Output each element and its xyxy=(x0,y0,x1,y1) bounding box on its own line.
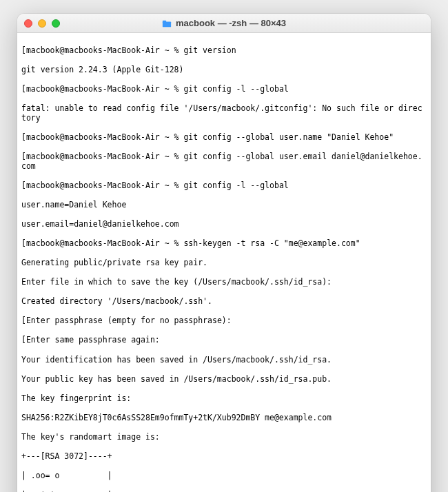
terminal-line: [macbook@macbooks-MacBook-Air ~ % git co… xyxy=(21,152,427,171)
terminal-line: [macbook@macbooks-MacBook-Air ~ % git co… xyxy=(21,84,427,94)
close-icon[interactable] xyxy=(24,19,32,28)
terminal-body[interactable]: [macbook@macbooks-MacBook-Air ~ % git ve… xyxy=(17,33,431,492)
terminal-window: macbook — -zsh — 80×43 [macbook@macbooks… xyxy=(17,14,431,492)
terminal-line: [macbook@macbooks-MacBook-Air ~ % git co… xyxy=(21,181,427,190)
svg-rect-1 xyxy=(163,20,166,23)
terminal-line: Your identification has been saved in /U… xyxy=(21,355,427,365)
terminal-line: Enter file in which to save the key (/Us… xyxy=(21,277,427,287)
terminal-line: Your public key has been saved in /Users… xyxy=(21,374,427,384)
terminal-line: [macbook@macbooks-MacBook-Air ~ % git ve… xyxy=(21,45,427,55)
terminal-line: The key's randomart image is: xyxy=(21,432,427,442)
svg-rect-0 xyxy=(163,21,171,27)
terminal-line: fatal: unable to read config file '/User… xyxy=(21,103,427,123)
terminal-line: [Enter same passphrase again: xyxy=(21,335,427,345)
terminal-line: [macbook@macbooks-MacBook-Air ~ % git co… xyxy=(21,132,427,142)
randomart-line: +---[RSA 3072]----+ xyxy=(21,451,427,461)
terminal-line: SHA256:R2ZKibEY8jT0c6AsSS28Em9ofmmTy+2tK… xyxy=(21,413,427,422)
terminal-line: [macbook@macbooks-MacBook-Air ~ % ssh-ke… xyxy=(21,238,427,248)
terminal-line: git version 2.24.3 (Apple Git-128) xyxy=(21,65,427,74)
traffic-lights xyxy=(24,19,60,28)
terminal-line: Created directory '/Users/macbook/.ssh'. xyxy=(21,296,427,306)
terminal-line: Generating public/private rsa key pair. xyxy=(21,258,427,267)
randomart-line: | .oo= o | xyxy=(21,471,427,480)
terminal-line: The key fingerprint is: xyxy=(21,393,427,403)
home-folder-icon xyxy=(162,19,172,28)
terminal-line: user.email=daniel@danielkehoe.com xyxy=(21,219,427,229)
titlebar[interactable]: macbook — -zsh — 80×43 xyxy=(17,14,431,33)
terminal-line: user.name=Daniel Kehoe xyxy=(21,200,427,209)
maximize-icon[interactable] xyxy=(52,19,60,28)
minimize-icon[interactable] xyxy=(38,19,46,28)
terminal-line: [Enter passphrase (empty for no passphra… xyxy=(21,316,427,325)
window-title: macbook — -zsh — 80×43 xyxy=(176,18,286,28)
